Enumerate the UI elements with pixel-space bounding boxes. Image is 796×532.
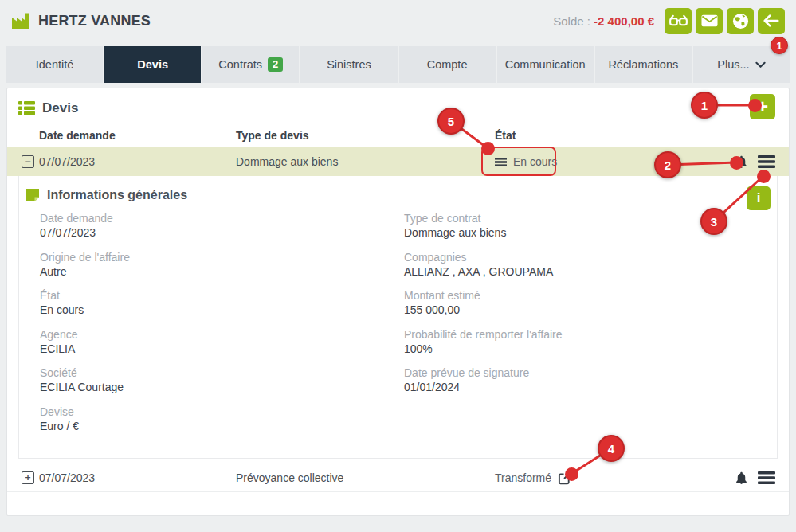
chevron-down-icon <box>755 61 766 68</box>
field-societe: Société ECILIA Courtage <box>40 366 383 395</box>
devis-section-header: Devis <box>7 88 789 123</box>
annotation-dot-4 <box>565 467 578 481</box>
table-list-icon <box>18 101 35 115</box>
tab-sinistres[interactable]: Sinistres <box>300 46 397 83</box>
plus-tab-alert-badge: 1 <box>771 37 788 54</box>
collapse-row-button[interactable]: − <box>22 155 34 168</box>
bell-icon[interactable] <box>734 471 749 486</box>
details-header: Informations générales <box>19 176 777 212</box>
fields-right-column: Type de contrat Dommage aux biens Compag… <box>383 212 777 444</box>
web-button[interactable] <box>727 8 754 34</box>
field-montant-estime: Montant estimé 155 000,00 <box>404 289 777 318</box>
tab-bar: Identité Devis Contrats 2 Sinistres Comp… <box>6 46 790 83</box>
devis-row-date: 07/07/2023 <box>39 155 236 168</box>
envelope-icon <box>701 14 718 27</box>
glasses-icon <box>669 14 688 28</box>
field-etat: État En cours <box>40 289 383 318</box>
note-icon <box>26 189 39 201</box>
devis-row-1[interactable]: − 07/07/2023 Dommage aux biens En cours <box>7 147 789 176</box>
details-title: Informations générales <box>47 188 187 202</box>
field-devise: Devise Euro / € <box>40 405 383 434</box>
tab-contrats[interactable]: Contrats 2 <box>202 46 299 83</box>
devis-panel: Devis + Date demande Type de devis État … <box>6 88 790 516</box>
menu-icon[interactable] <box>758 155 775 168</box>
tab-communication[interactable]: Communication <box>497 46 594 83</box>
details-fields: Date demande 07/07/2023 Origine de l'aff… <box>19 212 777 444</box>
annotation-dot-1 <box>748 99 762 112</box>
devis-row-etat: Transformé <box>495 471 551 484</box>
field-compagnies: Compagnies ALLIANZ , AXA , GROUPAMA <box>404 251 777 280</box>
devis-row-2[interactable]: + 07/07/2023 Prévoyance collective Trans… <box>7 464 789 492</box>
arrow-left-icon <box>763 14 779 28</box>
contracts-count-badge: 2 <box>268 57 283 72</box>
field-type-contrat: Type de contrat Dommage aux biens <box>404 212 777 241</box>
client-page: HERTZ VANNES Solde : -2 400,00 € <box>0 0 796 532</box>
balance-value: -2 400,00 € <box>594 14 654 28</box>
devis-row-date: 07/07/2023 <box>39 471 236 484</box>
devis-row-type: Prévoyance collective <box>236 471 495 484</box>
globe-icon <box>732 13 749 29</box>
field-date-signature: Date prévue de signature 01/01/2024 <box>404 366 777 395</box>
page-header: HERTZ VANNES Solde : -2 400,00 € <box>0 0 796 41</box>
view-glasses-button[interactable] <box>665 8 692 34</box>
devis-section-title: Devis <box>42 100 78 116</box>
annotation-dot-3 <box>757 170 771 183</box>
page-title: HERTZ VANNES <box>38 13 151 29</box>
fields-left-column: Date demande 07/07/2023 Origine de l'aff… <box>19 212 383 444</box>
factory-icon <box>11 12 30 29</box>
email-button[interactable] <box>696 8 723 34</box>
devis-row-type: Dommage aux biens <box>236 155 495 168</box>
col-etat: État <box>495 129 718 142</box>
balance: Solde : -2 400,00 € <box>553 14 654 28</box>
expand-row-button[interactable]: + <box>22 471 34 484</box>
tab-compte[interactable]: Compte <box>399 46 496 83</box>
field-agence: Agence ECILIA <box>40 328 383 357</box>
field-origine: Origine de l'affaire Autre <box>40 251 383 280</box>
client-brand: HERTZ VANNES <box>11 12 151 29</box>
devis-table-header: Date demande Type de devis État <box>7 123 789 147</box>
annotation-dot-5 <box>481 142 495 155</box>
devis-details: Informations générales Date demande 07/0… <box>18 176 778 459</box>
annotation-dot-2 <box>730 156 743 170</box>
col-date-demande: Date demande <box>39 129 236 142</box>
field-probabilite: Probabilité de remporter l'affaire 100% <box>404 328 777 357</box>
header-actions: Solde : -2 400,00 € <box>553 8 785 34</box>
tab-identite[interactable]: Identité <box>6 46 103 83</box>
tab-devis[interactable]: Devis <box>104 46 201 83</box>
col-type-devis: Type de devis <box>236 129 495 142</box>
info-button[interactable]: i <box>747 186 771 210</box>
back-button[interactable] <box>758 8 785 34</box>
tab-reclamations[interactable]: Réclamations <box>595 46 692 83</box>
menu-icon[interactable] <box>758 471 775 484</box>
field-date-demande: Date demande 07/07/2023 <box>40 212 383 241</box>
